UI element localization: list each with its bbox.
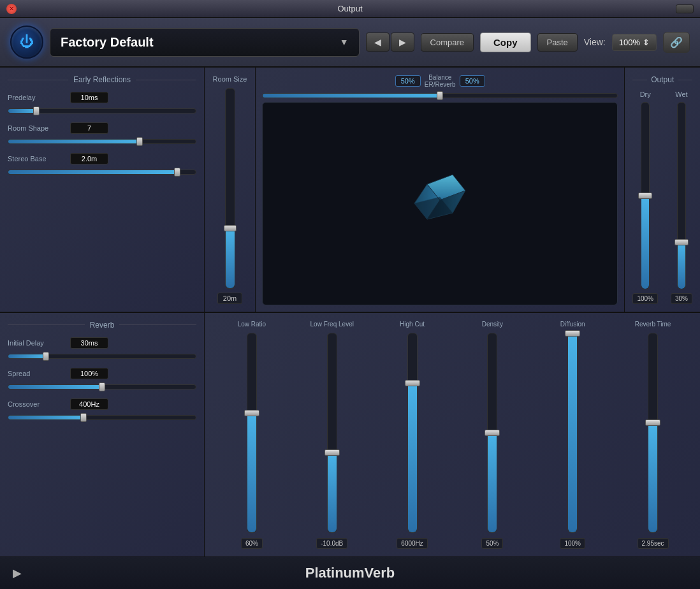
v-param-fill-4 — [568, 333, 577, 533]
initial-delay-slider[interactable] — [8, 354, 196, 359]
v-param-track-0[interactable] — [247, 333, 257, 534]
initial-delay-value: 30ms — [70, 337, 108, 349]
v-param-track-5[interactable] — [648, 333, 658, 534]
close-button[interactable]: ✕ — [6, 4, 17, 14]
balance-track[interactable] — [262, 93, 618, 98]
prev-preset-button[interactable]: ◀ — [366, 33, 390, 52]
stereo-base-value: 2.0m — [70, 153, 108, 164]
v-param-label-5: Reverb Time — [635, 321, 671, 328]
v-param-value-5: 2.95sec — [638, 538, 669, 549]
wet-fader-col: Wet 30% — [671, 91, 692, 304]
minimize-button[interactable] — [676, 4, 694, 13]
v-param-label-1: Low Freq Level — [310, 321, 354, 328]
output-faders: Dry 100% Wet 30% — [632, 91, 692, 304]
v-param-thumb-5 — [645, 419, 660, 426]
spread-slider[interactable] — [8, 384, 196, 389]
balance-controls: 50% Balance ER/Reverb 50% — [262, 74, 618, 88]
reverb-panel: Reverb Initial Delay 30ms Spread 100% — [0, 313, 204, 557]
predelay-track[interactable] — [8, 108, 196, 113]
room-shape-label: Room Shape — [8, 124, 65, 132]
v-param-fill-2 — [408, 383, 417, 532]
wet-fader[interactable] — [677, 102, 686, 289]
crossover-value: 400Hz — [70, 398, 108, 410]
v-param-col-4: Diffusion100% — [533, 321, 612, 549]
compare-button[interactable]: Compare — [421, 33, 474, 52]
title-bar: ✕ Output — [0, 0, 700, 18]
v-param-value-4: 100% — [560, 538, 585, 549]
dropdown-arrow-icon: ▼ — [340, 37, 349, 47]
preset-dropdown[interactable]: Factory Default ▼ — [50, 28, 360, 57]
v-param-label-2: High Cut — [400, 321, 425, 328]
spread-track[interactable] — [8, 384, 196, 389]
crossover-label: Crossover — [8, 400, 65, 408]
balance-right-value[interactable]: 50% — [460, 75, 485, 87]
v-param-label-3: Density — [482, 321, 503, 328]
link-button[interactable]: 🔗 — [663, 32, 690, 53]
initial-delay-fill — [8, 354, 46, 358]
bottom-row: Reverb Initial Delay 30ms Spread 100% — [0, 312, 700, 557]
top-controls: ⏻ Factory Default ▼ ◀ ▶ Compare Copy Pas… — [0, 18, 700, 68]
room-shape-slider[interactable] — [8, 139, 196, 144]
wet-thumb — [674, 239, 689, 245]
v-param-thumb-1 — [324, 449, 340, 456]
preset-name: Factory Default — [61, 35, 154, 50]
link-icon: 🔗 — [670, 37, 683, 48]
view-select[interactable]: 100% ⇕ — [612, 34, 657, 51]
v-param-col-5: Reverb Time2.95sec — [613, 321, 692, 549]
room-size-value: 20m — [217, 293, 242, 304]
initial-delay-track[interactable] — [8, 354, 196, 359]
crossover-track[interactable] — [8, 415, 196, 420]
output-line-right — [678, 80, 692, 80]
v-param-track-1[interactable] — [327, 333, 337, 534]
room-shape-row: Room Shape 7 — [8, 122, 196, 134]
v-param-track-2[interactable] — [407, 333, 418, 534]
reverb-line-right — [119, 324, 196, 325]
view-label: View: — [584, 37, 606, 47]
next-preset-button[interactable]: ▶ — [391, 33, 414, 52]
bottom-sliders-panel: Low Ratio60%Low Freq Level-10.0dBHigh Cu… — [204, 313, 700, 557]
v-param-fill-1 — [328, 453, 337, 532]
copy-button[interactable]: Copy — [480, 33, 531, 52]
v-param-value-0: 60% — [241, 538, 263, 549]
v-param-thumb-4 — [565, 330, 580, 337]
room-shape-track[interactable] — [8, 139, 196, 144]
center-panel: 50% Balance ER/Reverb 50% — [255, 68, 624, 312]
power-icon: ⏻ — [20, 35, 34, 49]
main-grid: Early Reflections Predelay 10ms Room Sha… — [0, 68, 700, 556]
room-visualization — [262, 102, 618, 305]
v-param-track-4[interactable] — [567, 333, 578, 534]
crossover-slider[interactable] — [8, 415, 196, 420]
room-shape-thumb — [136, 137, 143, 146]
v-param-track-3[interactable] — [487, 333, 497, 534]
v-param-fill-5 — [648, 423, 657, 532]
dry-fader[interactable] — [641, 102, 650, 289]
top-row: Early Reflections Predelay 10ms Room Sha… — [0, 68, 700, 312]
dry-fill — [641, 196, 649, 289]
balance-slider[interactable] — [262, 93, 618, 98]
power-button[interactable]: ⏻ — [10, 25, 43, 59]
room-size-fill — [226, 228, 235, 288]
play-button[interactable]: ▶ — [13, 566, 22, 580]
dry-label: Dry — [640, 91, 651, 98]
predelay-slider[interactable] — [8, 108, 196, 113]
v-param-label-0: Low Ratio — [238, 321, 266, 328]
dry-thumb — [638, 193, 652, 199]
predelay-thumb — [33, 106, 40, 115]
v-param-fill-0 — [247, 413, 256, 533]
room-size-track[interactable] — [225, 88, 235, 289]
header-line-right — [136, 80, 196, 80]
stereo-base-track[interactable] — [8, 170, 196, 175]
header-line-left — [8, 80, 68, 80]
balance-fill — [263, 94, 440, 98]
balance-left-value[interactable]: 50% — [395, 75, 421, 87]
v-param-thumb-3 — [485, 430, 500, 436]
stereo-base-slider[interactable] — [8, 170, 196, 175]
view-arrows-icon: ⇕ — [643, 38, 650, 47]
reverb-line-left — [8, 324, 85, 325]
early-reflections-panel: Early Reflections Predelay 10ms Room Sha… — [0, 68, 204, 312]
paste-button[interactable]: Paste — [537, 33, 578, 52]
initial-delay-label: Initial Delay — [8, 339, 65, 347]
v-param-col-0: Low Ratio60% — [212, 321, 291, 549]
predelay-value: 10ms — [70, 92, 108, 103]
window-title: Output — [337, 4, 362, 13]
